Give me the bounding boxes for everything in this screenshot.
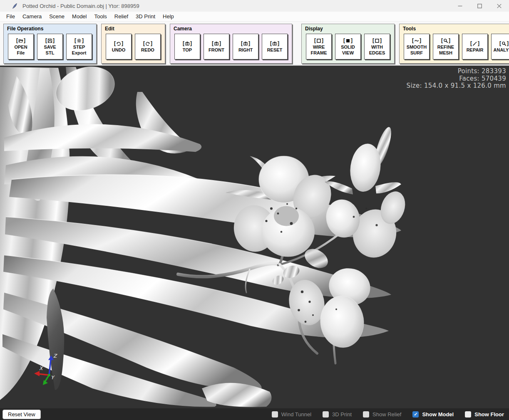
button-label: REPAIR bbox=[467, 47, 484, 53]
wireframe-button[interactable]: WIRE FRAME bbox=[306, 34, 332, 59]
redo-icon bbox=[143, 40, 152, 47]
open-file-button[interactable]: OPEN File bbox=[8, 34, 34, 59]
button-label: SOLID bbox=[341, 44, 355, 50]
group-label: Display bbox=[305, 26, 390, 32]
group-label: File Operations bbox=[7, 26, 92, 32]
group-label: Tools bbox=[403, 26, 509, 32]
group-tools: Tools SMOOTH SURF REFINE MESH REPAIR bbox=[399, 24, 509, 64]
checkbox-wind-tunnel[interactable]: ✓ Wind Tunnel bbox=[272, 411, 311, 418]
camera-icon bbox=[270, 40, 279, 47]
button-label: REFINE bbox=[437, 44, 454, 50]
group-label: Camera bbox=[174, 26, 288, 32]
redo-button[interactable]: REDO bbox=[135, 34, 161, 59]
solid-icon bbox=[343, 37, 353, 44]
minimize-icon[interactable] bbox=[450, 0, 470, 12]
magnifier-icon bbox=[499, 40, 509, 47]
checkbox-row: ✓ Wind Tunnel ✓ 3D Print ✓ Show Relief ✓… bbox=[272, 411, 504, 418]
tilde-icon bbox=[412, 37, 421, 44]
maximize-icon[interactable] bbox=[470, 0, 489, 12]
button-label: WIRE bbox=[313, 44, 325, 50]
gear-icon bbox=[74, 37, 84, 44]
menu-help[interactable]: Help bbox=[159, 12, 178, 20]
camera-icon bbox=[183, 40, 192, 47]
undo-button[interactable]: UNDO bbox=[106, 34, 132, 59]
with-edges-button[interactable]: WITH EDGES bbox=[364, 34, 390, 59]
button-label: Export bbox=[72, 50, 87, 56]
undo-icon bbox=[114, 40, 123, 47]
refine-mesh-button[interactable]: REFINE MESH bbox=[433, 34, 459, 59]
checkbox-label: Show Relief bbox=[372, 411, 401, 418]
button-label: File bbox=[17, 50, 25, 56]
faces-stat: Faces: 570439 bbox=[407, 75, 506, 83]
button-label: TOP bbox=[183, 47, 192, 53]
edges-icon bbox=[372, 37, 382, 44]
button-label: STL bbox=[46, 50, 55, 56]
checkbox-show-model[interactable]: ✓ Show Model bbox=[412, 411, 454, 418]
mesh-stats: Points: 283393 Faces: 570439 Size: 154.0… bbox=[407, 68, 506, 90]
size-stat: Size: 154.0 x 91.5 x 126.0 mm bbox=[407, 82, 506, 90]
3d-viewport[interactable]: X Z Y Points: 283393 Faces: 570439 Size:… bbox=[0, 65, 509, 408]
menu-tools[interactable]: Tools bbox=[91, 12, 111, 20]
toolbar: File Operations OPEN File SAVE STL STEP … bbox=[0, 22, 509, 65]
save-floppy-icon bbox=[45, 37, 55, 44]
menu-file[interactable]: File bbox=[2, 12, 19, 20]
button-label: WITH bbox=[371, 44, 383, 50]
feather-app-icon bbox=[12, 3, 18, 9]
smooth-surf-button[interactable]: SMOOTH SURF bbox=[404, 34, 430, 59]
menu-camera[interactable]: Camera bbox=[19, 12, 45, 20]
check-icon: ✓ bbox=[414, 412, 417, 417]
open-folder-icon bbox=[16, 37, 25, 44]
button-label: REDO bbox=[141, 47, 154, 53]
button-label: EDGES bbox=[369, 50, 385, 56]
close-icon[interactable] bbox=[489, 0, 509, 12]
reset-view-button[interactable]: Reset View bbox=[2, 410, 41, 419]
checkbox-show-floor[interactable]: ✓ Show Floor bbox=[465, 411, 504, 418]
checkbox-box[interactable]: ✓ bbox=[323, 411, 329, 418]
group-label: Edit bbox=[105, 26, 161, 32]
button-label: RIGHT bbox=[238, 47, 253, 53]
button-label: STEP bbox=[73, 44, 85, 50]
checkbox-3d-print[interactable]: ✓ 3D Print bbox=[323, 411, 352, 418]
camera-icon bbox=[212, 40, 221, 47]
step-export-button[interactable]: STEP Export bbox=[66, 34, 92, 59]
button-label: SAVE bbox=[44, 44, 56, 50]
checkbox-box[interactable]: ✓ bbox=[363, 411, 369, 418]
button-label: FRAME bbox=[310, 50, 327, 56]
titlebar: Potted Orchid - Public Domain.obj | Ytor… bbox=[0, 0, 509, 12]
menu-model[interactable]: Model bbox=[68, 12, 90, 20]
app-window: Potted Orchid - Public Domain.obj | Ytor… bbox=[0, 0, 509, 420]
statusbar: Reset View ✓ Wind Tunnel ✓ 3D Print ✓ Sh… bbox=[0, 408, 509, 420]
menubar: File Camera Scene Model Tools Relief 3D … bbox=[0, 12, 509, 22]
camera-icon bbox=[241, 40, 250, 47]
checkbox-label: Wind Tunnel bbox=[281, 411, 311, 418]
button-label: RESET bbox=[267, 47, 283, 53]
checkbox-label: Show Model bbox=[422, 411, 454, 418]
save-stl-button[interactable]: SAVE STL bbox=[37, 34, 63, 59]
button-label: SURF bbox=[410, 50, 423, 56]
solid-view-button[interactable]: SOLID VIEW bbox=[335, 34, 361, 59]
window-title: Potted Orchid - Public Domain.obj | Ytor… bbox=[22, 3, 139, 9]
analyze-button[interactable]: ANALYZE bbox=[491, 34, 509, 59]
button-label: FRONT bbox=[209, 47, 224, 53]
button-label: MESH bbox=[439, 50, 452, 56]
camera-top-button[interactable]: TOP bbox=[174, 34, 200, 59]
camera-right-button[interactable]: RIGHT bbox=[233, 34, 258, 59]
repair-button[interactable]: REPAIR bbox=[462, 34, 488, 59]
checkbox-box[interactable]: ✓ bbox=[465, 411, 471, 418]
button-label: VIEW bbox=[342, 50, 354, 56]
menu-scene[interactable]: Scene bbox=[45, 12, 68, 20]
magnifier-icon bbox=[441, 37, 450, 44]
menu-3d-print[interactable]: 3D Print bbox=[132, 12, 159, 20]
camera-front-button[interactable]: FRONT bbox=[204, 34, 229, 59]
screwdriver-icon bbox=[470, 40, 479, 47]
orchid-mesh-render[interactable]: X Z Y bbox=[0, 66, 509, 408]
checkbox-show-relief[interactable]: ✓ Show Relief bbox=[363, 411, 401, 418]
checkbox-box[interactable]: ✓ bbox=[272, 411, 278, 418]
button-label: ANALYZE bbox=[494, 47, 509, 53]
wireframe-icon bbox=[314, 37, 323, 44]
button-label: UNDO bbox=[112, 47, 125, 53]
checkbox-label: 3D Print bbox=[332, 411, 352, 418]
camera-reset-button[interactable]: RESET bbox=[262, 34, 288, 59]
checkbox-box[interactable]: ✓ bbox=[412, 411, 419, 418]
menu-relief[interactable]: Relief bbox=[111, 12, 132, 20]
